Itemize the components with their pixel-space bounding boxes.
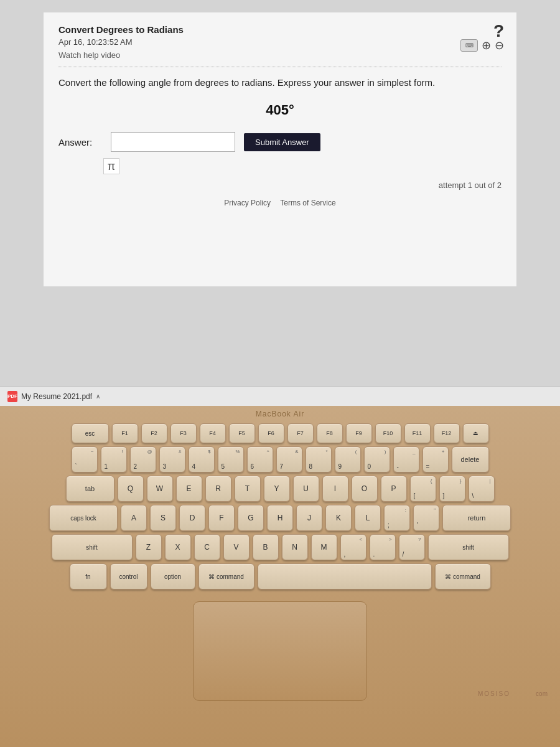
bottom-row: fn control option ⌘ command ⌘ command	[25, 563, 535, 590]
key-f6[interactable]: F6	[258, 423, 284, 443]
key-f1[interactable]: F1	[112, 423, 138, 443]
key-option-left[interactable]: option	[151, 563, 195, 590]
key-y[interactable]: Y	[264, 476, 290, 502]
key-f5[interactable]: F5	[229, 423, 255, 443]
key-d[interactable]: D	[179, 505, 205, 531]
key-f[interactable]: F	[208, 505, 235, 531]
macbook-label: MacBook Air	[256, 410, 304, 418]
key-a[interactable]: A	[121, 505, 147, 531]
key-power[interactable]: ⏏	[463, 423, 489, 443]
key-f10[interactable]: F10	[375, 423, 401, 443]
key-w[interactable]: W	[147, 476, 173, 502]
trackpad[interactable]	[193, 601, 367, 701]
watch-help-video-link[interactable]: Watch help video	[58, 50, 120, 60]
terms-link[interactable]: Terms of Service	[280, 199, 335, 207]
key-f12[interactable]: F12	[434, 423, 460, 443]
key-shift-right[interactable]: shift	[428, 534, 509, 560]
key-f2[interactable]: F2	[141, 423, 167, 443]
key-z[interactable]: Z	[136, 534, 162, 560]
key-v[interactable]: V	[223, 534, 250, 560]
key-k[interactable]: K	[325, 505, 352, 531]
key-f3[interactable]: F3	[170, 423, 197, 443]
key-f7[interactable]: F7	[287, 423, 314, 443]
browser-content: ? ⌨ ⊕ ⊖ Convert Degrees to Radians Apr 1…	[44, 12, 516, 286]
key-semicolon[interactable]: :;	[384, 505, 410, 531]
key-b[interactable]: B	[253, 534, 279, 560]
key-g[interactable]: G	[238, 505, 264, 531]
key-bracket-open[interactable]: {[	[410, 476, 436, 502]
key-command-right[interactable]: ⌘ command	[435, 563, 491, 590]
footer-links: Privacy Policy Terms of Service	[58, 199, 502, 207]
qwerty-row: tab Q W E R T Y U I O P {[ }] |\	[25, 476, 535, 502]
key-5[interactable]: %5	[218, 446, 244, 472]
key-control[interactable]: control	[110, 563, 147, 590]
submit-button[interactable]: Submit Answer	[244, 133, 320, 151]
key-j[interactable]: J	[296, 505, 322, 531]
pdf-download[interactable]: PDF My Resume 2021.pdf ∧	[7, 391, 100, 402]
key-1[interactable]: !1	[101, 446, 127, 472]
key-7[interactable]: &7	[276, 446, 302, 472]
attempt-text: attempt 1 out of 2	[58, 181, 502, 190]
key-l[interactable]: L	[355, 505, 381, 531]
key-f8[interactable]: F8	[317, 423, 343, 443]
screen: ? ⌨ ⊕ ⊖ Convert Degrees to Radians Apr 1…	[0, 0, 560, 386]
key-caps[interactable]: caps lock	[49, 505, 118, 531]
privacy-link[interactable]: Privacy Policy	[224, 199, 271, 207]
key-f4[interactable]: F4	[200, 423, 226, 443]
key-4[interactable]: $4	[189, 446, 215, 472]
key-return[interactable]: return	[442, 505, 511, 531]
key-f9[interactable]: F9	[346, 423, 372, 443]
angle-value: 405°	[58, 102, 502, 118]
pi-button[interactable]: π	[103, 158, 119, 174]
chevron-icon[interactable]: ∧	[96, 393, 100, 400]
key-esc[interactable]: esc	[72, 423, 109, 443]
problem-statement: Convert the following angle from degrees…	[58, 76, 502, 90]
key-s[interactable]: S	[150, 505, 176, 531]
key-minus[interactable]: _-	[393, 446, 419, 472]
keyboard-icons: ⌨ ⊕ ⊖	[460, 39, 504, 52]
key-equals[interactable]: +=	[422, 446, 449, 472]
key-t[interactable]: T	[235, 476, 261, 502]
key-9[interactable]: (9	[335, 446, 361, 472]
key-r[interactable]: R	[205, 476, 231, 502]
key-quote[interactable]: "'	[413, 505, 439, 531]
key-x[interactable]: X	[165, 534, 191, 560]
key-shift-left[interactable]: shift	[52, 534, 133, 560]
key-space[interactable]	[258, 563, 432, 590]
key-6[interactable]: ^6	[247, 446, 273, 472]
key-f11[interactable]: F11	[404, 423, 431, 443]
key-fn[interactable]: fn	[70, 563, 107, 590]
key-c[interactable]: C	[194, 534, 220, 560]
answer-input[interactable]	[111, 132, 235, 152]
bottom-bar: PDF My Resume 2021.pdf ∧	[0, 386, 560, 406]
key-delete[interactable]: delete	[452, 446, 489, 472]
key-period[interactable]: >.	[370, 534, 396, 560]
key-backtick[interactable]: ~`	[72, 446, 98, 472]
key-p[interactable]: P	[381, 476, 407, 502]
macbook-body: MacBook Air esc F1 F2 F3 F4 F5 F6 F7 F8 …	[0, 406, 560, 747]
key-u[interactable]: U	[293, 476, 319, 502]
keyboard: esc F1 F2 F3 F4 F5 F6 F7 F8 F9 F10 F11 F…	[25, 423, 535, 593]
asdf-row: caps lock A S D F G H J K L :; "' return	[25, 505, 535, 531]
key-e[interactable]: E	[176, 476, 202, 502]
key-2[interactable]: @2	[130, 446, 156, 472]
key-bracket-close[interactable]: }]	[439, 476, 465, 502]
key-backslash[interactable]: |\	[469, 476, 495, 502]
key-h[interactable]: H	[267, 505, 293, 531]
keyboard-icon: ⌨	[460, 39, 478, 52]
key-q[interactable]: Q	[118, 476, 144, 502]
key-command-left[interactable]: ⌘ command	[198, 563, 254, 590]
pdf-filename: My Resume 2021.pdf	[21, 392, 92, 401]
key-o[interactable]: O	[352, 476, 378, 502]
zoom-out-icon[interactable]: ⊖	[495, 39, 504, 52]
key-0[interactable]: )0	[364, 446, 390, 472]
key-slash[interactable]: ?/	[399, 534, 425, 560]
key-comma[interactable]: <,	[340, 534, 366, 560]
key-m[interactable]: M	[311, 534, 337, 560]
key-i[interactable]: I	[322, 476, 348, 502]
key-3[interactable]: #3	[159, 446, 185, 472]
zoom-in-icon[interactable]: ⊕	[482, 39, 491, 52]
key-8[interactable]: *8	[306, 446, 332, 472]
key-n[interactable]: N	[282, 534, 308, 560]
key-tab[interactable]: tab	[66, 476, 114, 502]
